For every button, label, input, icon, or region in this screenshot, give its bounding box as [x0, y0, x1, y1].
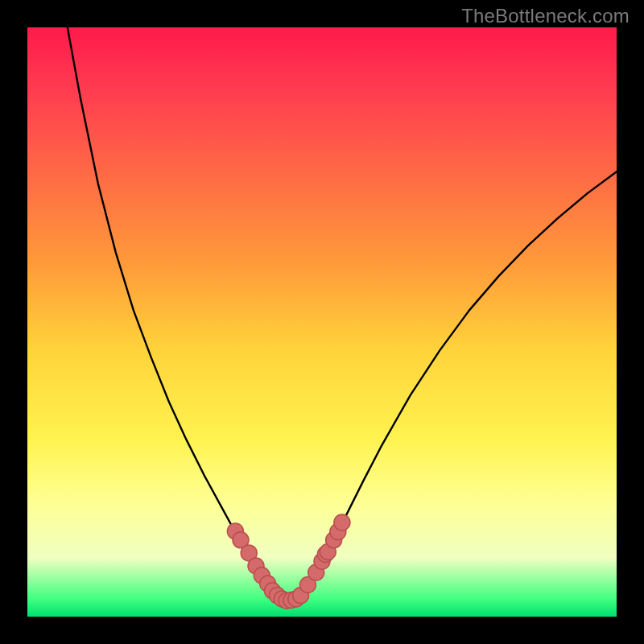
- bead-group: [227, 514, 350, 609]
- watermark-text: TheBottleneck.com: [461, 5, 630, 27]
- chart-frame: TheBottleneck.com: [0, 0, 644, 644]
- curve-svg: [27, 27, 617, 617]
- plot-area: [27, 27, 617, 617]
- bead-marker: [334, 514, 350, 530]
